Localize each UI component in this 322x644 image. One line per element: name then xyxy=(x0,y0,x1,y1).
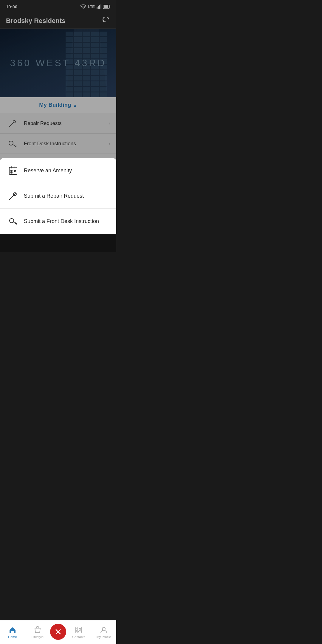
submit-front-desk-label: Submit a Front Desk Instruction xyxy=(24,218,99,225)
calendar-icon xyxy=(7,165,19,177)
svg-rect-17 xyxy=(9,167,17,174)
reserve-amenity-label: Reserve an Amenity xyxy=(24,168,72,174)
key-small-icon xyxy=(7,215,19,227)
submit-front-desk-item[interactable]: Submit a Front Desk Instruction xyxy=(0,209,116,234)
svg-line-32 xyxy=(15,222,16,223)
reserve-amenity-item[interactable]: Reserve an Amenity xyxy=(0,158,116,183)
tools-icon xyxy=(7,190,19,202)
svg-rect-22 xyxy=(11,172,12,173)
submit-repair-label: Submit a Repair Request xyxy=(24,193,84,199)
svg-line-33 xyxy=(16,223,17,224)
submit-repair-item[interactable]: Submit a Repair Request xyxy=(0,183,116,209)
popup-sheet: Reserve an Amenity Submit a Repair Reque… xyxy=(0,158,116,234)
svg-line-27 xyxy=(13,196,13,196)
svg-rect-21 xyxy=(11,170,12,171)
svg-line-26 xyxy=(10,198,11,199)
svg-rect-23 xyxy=(14,170,16,171)
svg-line-29 xyxy=(14,193,16,195)
